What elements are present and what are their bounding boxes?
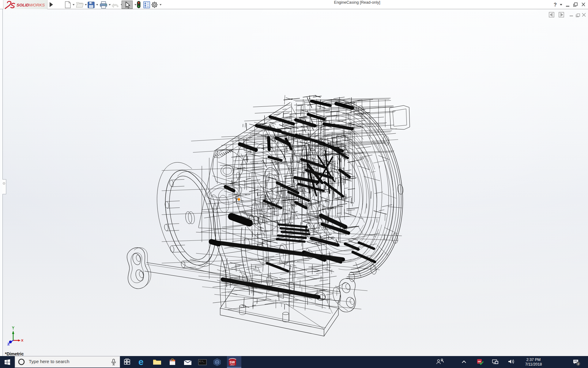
- svg-text:C:\_: C:\_: [199, 360, 205, 363]
- svg-text:3: 3: [577, 362, 579, 366]
- svg-text:2017: 2017: [230, 364, 235, 366]
- svg-text:*Dimetric: *Dimetric: [5, 351, 24, 356]
- svg-text:sw: sw: [478, 360, 481, 363]
- svg-text:?: ?: [554, 2, 557, 7]
- svg-text:2:37 PM: 2:37 PM: [526, 358, 541, 362]
- svg-text:7/11/2018: 7/11/2018: [525, 362, 542, 366]
- svg-text:SOLIDWORKS: SOLIDWORKS: [17, 3, 45, 7]
- svg-text:e: e: [138, 357, 144, 367]
